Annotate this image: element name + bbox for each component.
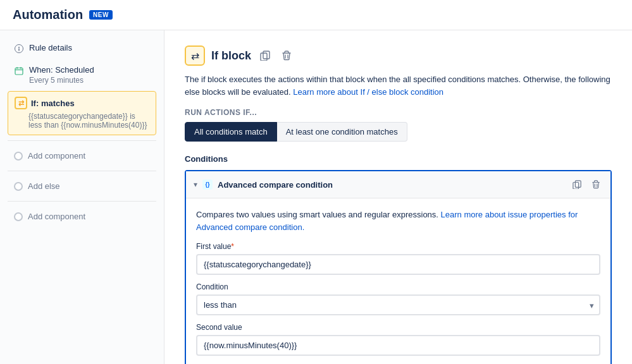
second-value-input[interactable]	[196, 335, 600, 356]
if-icon: ⇄	[15, 97, 27, 109]
sidebar-add-component-2[interactable]: Add component	[8, 207, 156, 226]
svg-rect-3	[15, 68, 23, 75]
first-value-group: First value*	[196, 242, 600, 275]
add-component-2-label: Add component	[28, 212, 85, 221]
condition-field-group: Condition less than greater than equals …	[196, 282, 600, 315]
block-header: ⇄ If block	[185, 46, 612, 66]
delete-block-button[interactable]	[279, 48, 294, 63]
copy-block-button[interactable]	[257, 48, 273, 63]
first-value-label: First value*	[196, 242, 600, 251]
sidebar: Rule details When: Scheduled Every 5 min…	[0, 30, 164, 364]
condition-label: Condition	[196, 282, 600, 291]
radio-circle-1	[14, 152, 23, 161]
condition-card: ▾ {} Advanced compare condition	[185, 170, 612, 364]
if-block-icon: ⇄	[185, 46, 205, 66]
first-value-required: *	[231, 242, 234, 251]
sidebar-divider-3	[8, 201, 156, 202]
sidebar-item-rule-details-label: Rule details	[29, 43, 150, 52]
second-value-group: Second value	[196, 323, 600, 356]
run-actions-toggle: All conditions match At least one condit…	[185, 122, 612, 142]
sidebar-item-when-content: When: Scheduled Every 5 minutes	[29, 65, 150, 85]
sidebar-item-when-sublabel: Every 5 minutes	[29, 76, 150, 85]
sidebar-add-else[interactable]: Add else	[8, 176, 156, 196]
if-matches-header: ⇄ If: matches	[15, 97, 149, 109]
condition-card-title: Advanced compare condition	[218, 180, 565, 190]
new-badge: NEW	[89, 10, 113, 20]
condition-card-body: Compares two values using smart values a…	[186, 198, 610, 364]
if-matches-label: If: matches	[31, 99, 75, 108]
sidebar-item-when-scheduled[interactable]: When: Scheduled Every 5 minutes	[8, 60, 156, 90]
sidebar-item-rule-details[interactable]: Rule details	[8, 38, 156, 59]
sidebar-item-when-label: When: Scheduled	[29, 65, 150, 75]
sidebar-item-if-matches[interactable]: ⇄ If: matches {{statuscategorychangedate…	[8, 91, 156, 135]
svg-rect-8	[261, 53, 267, 61]
svg-point-1	[18, 47, 20, 48]
code-icon: {}	[202, 179, 213, 190]
condition-select-wrapper: less than greater than equals not equals…	[196, 294, 600, 315]
learn-more-link[interactable]: Learn more about If / else block conditi…	[293, 87, 443, 97]
block-title: If block	[211, 49, 251, 63]
add-component-1-label: Add component	[28, 151, 85, 161]
svg-rect-7	[263, 51, 270, 59]
svg-rect-9	[575, 181, 581, 188]
delete-condition-button[interactable]	[589, 178, 603, 191]
atleast-one-btn[interactable]: At least one condition matches	[277, 122, 407, 142]
detail-panel: ⇄ If block The if block executes the act…	[164, 30, 632, 364]
chevron-down-icon: ▾	[194, 180, 197, 189]
svg-rect-2	[18, 49, 20, 51]
copy-condition-button[interactable]	[570, 178, 584, 191]
app-title: Automation	[13, 8, 83, 22]
app-header: Automation NEW	[0, 0, 632, 30]
main-content: Rule details When: Scheduled Every 5 min…	[0, 30, 632, 364]
first-value-input[interactable]	[196, 254, 600, 275]
all-conditions-btn[interactable]: All conditions match	[185, 122, 277, 142]
condition-select[interactable]: less than greater than equals not equals…	[196, 294, 600, 315]
if-matches-body: {{statuscategorychangedate}} is less tha…	[15, 112, 149, 130]
condition-description: Compares two values using smart values a…	[196, 209, 600, 233]
block-description: The if block executes the actions within…	[185, 73, 612, 98]
condition-card-header[interactable]: ▾ {} Advanced compare condition	[186, 171, 610, 198]
conditions-label: Conditions	[185, 154, 612, 164]
sidebar-divider-2	[8, 171, 156, 171]
sidebar-item-rule-details-content: Rule details	[29, 43, 150, 52]
sidebar-add-component-1[interactable]: Add component	[8, 146, 156, 166]
calendar-icon	[14, 66, 24, 76]
second-value-label: Second value	[196, 323, 600, 332]
run-actions-label: Run actions if...	[185, 108, 612, 117]
add-else-label: Add else	[28, 181, 60, 191]
sidebar-divider-1	[8, 140, 156, 141]
info-icon	[14, 44, 24, 54]
radio-circle-3	[14, 212, 23, 221]
svg-rect-10	[573, 183, 579, 190]
radio-circle-2	[14, 182, 23, 191]
